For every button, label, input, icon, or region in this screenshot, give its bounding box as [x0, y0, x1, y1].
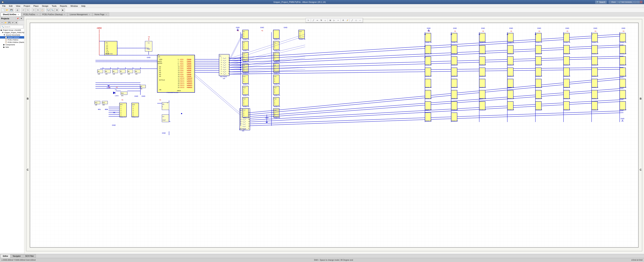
tree-project[interactable]: ▼ Gripper_Project_PWM.PrjPcb [0, 31, 24, 34]
tb-zoom-fit[interactable]: ⊞ [55, 8, 59, 12]
bottom-tab-editor[interactable]: Editor [1, 254, 10, 258]
svg-text:6: 6 [120, 115, 121, 116]
tab-home-close[interactable]: ✕ [106, 14, 107, 16]
border-C-right: C [640, 168, 642, 171]
tb-open[interactable]: 📂 [5, 8, 9, 12]
dt-power[interactable]: ⏚ [323, 18, 327, 22]
svg-text:GND: GND [453, 27, 457, 29]
tab-pcb1[interactable]: PCB1.PcbDoc ✕ [21, 12, 40, 16]
panel-settings[interactable]: ⚙ [14, 21, 18, 24]
close-button[interactable]: ✕ [640, 1, 642, 3]
tb-print[interactable]: 🖨 [15, 8, 20, 12]
tree-source-docs[interactable]: ▼ Source Documents [0, 34, 24, 36]
dt-junction[interactable]: • [336, 18, 340, 22]
tab-license[interactable]: License Management ✕ [68, 12, 92, 16]
bottom-tab-navigator[interactable]: Navigator [11, 254, 23, 258]
svg-text:LED1: LED1 [180, 60, 184, 62]
svg-text:Header 3H: Header 3H [452, 109, 458, 110]
svg-text:PWM4: PWM4 [187, 66, 192, 68]
menu-edit[interactable]: Edit [8, 4, 14, 8]
svg-text:14: 14 [177, 90, 178, 91]
tb-zoom-out[interactable]: 🔍- [50, 8, 55, 12]
svg-text:R7: R7 [120, 71, 122, 72]
svg-rect-549 [425, 113, 431, 121]
tab-sheet2-close[interactable]: ✕ [18, 14, 19, 16]
share-button[interactable]: Share [609, 1, 618, 3]
dt-net[interactable]: N [320, 18, 323, 22]
svg-text:Header 3H: Header 3H [564, 53, 570, 54]
svg-text:Header 3H: Header 3H [592, 98, 598, 99]
dt-port[interactable]: ▷ [332, 18, 336, 22]
dt-component[interactable]: ⊞ [328, 18, 332, 22]
tree-group[interactable]: ▶ Project Group 1.DsnWrk [0, 29, 24, 31]
svg-text:VDD: VDD [159, 58, 162, 60]
menu-reports[interactable]: Reports [58, 4, 69, 8]
tb-new[interactable]: 📄 [1, 8, 5, 12]
tab-sheet2[interactable]: Sheet2.SchDoc ✕ [1, 12, 21, 16]
tb-redo[interactable]: ↪ [26, 8, 30, 12]
tb-compile[interactable]: ▶ [61, 8, 65, 12]
dt-wire[interactable]: ╱ [312, 18, 315, 22]
svg-text:+5: +5 [237, 30, 239, 32]
tb-copy[interactable]: ⎘ [36, 8, 40, 12]
dt-select[interactable]: ↖ [306, 18, 310, 22]
svg-rect-473 [479, 56, 485, 65]
main-layout: Projects 📌 ✕ + 📂 💾 ↺ ⚙ 🔍 Search ▶ Projec… [0, 16, 644, 254]
menu-design[interactable]: Design [40, 4, 50, 8]
dt-bus[interactable]: ═ [316, 18, 319, 22]
tree-sheet2[interactable]: 📋 Sheet2.SchDoc [0, 36, 24, 38]
tab-pcb1-close[interactable]: ✕ [36, 14, 38, 16]
minimize-button[interactable]: ─ [634, 1, 636, 3]
panel-refresh[interactable]: ↺ [11, 21, 14, 24]
tab-home[interactable]: Home Page ✕ [92, 12, 109, 16]
not-connected-button[interactable]: 🔗 Not Connecte... [618, 1, 634, 3]
menu-tools[interactable]: Tools [50, 4, 58, 8]
bottom-tab-sch-filter[interactable]: SCH Filter [23, 254, 36, 258]
dt-text[interactable]: A [341, 18, 345, 22]
menu-place[interactable]: Place [32, 4, 40, 8]
search-box[interactable]: 🔍 Search [1, 25, 24, 28]
search-titlebar[interactable]: 🔍 Search [595, 1, 606, 4]
svg-rect-457 [479, 45, 485, 54]
tb-sep1 [14, 8, 15, 12]
dt-note[interactable]: 📝 [345, 18, 349, 22]
svg-text:Header 3H: Header 3H [425, 42, 432, 43]
menu-file[interactable]: File [1, 4, 7, 8]
menu-project[interactable]: Project [22, 4, 32, 8]
dt-line[interactable]: ╱ [350, 18, 354, 22]
search-icon-panel: 🔍 [2, 26, 4, 28]
tab-license-close[interactable]: ✕ [89, 14, 90, 16]
panel-pin[interactable]: 📌 [16, 17, 19, 20]
panel-close[interactable]: ✕ [20, 17, 23, 20]
tree-pcb1[interactable]: 📋 PCB1.PcbDoc [0, 38, 24, 41]
main-toolbar: 📄 📂 💾 🖨 ↩ ↪ ✂ ⎘ 📋 🔍+ 🔍- ⊞ ▶ [0, 8, 644, 12]
tab-pcb1-stackup[interactable]: PCB1.PcbDoc (Stackup) ✕ [40, 12, 68, 16]
tb-undo[interactable]: ↩ [21, 8, 26, 12]
svg-text:5: 5 [133, 114, 134, 115]
panel-save[interactable]: 💾 [8, 21, 11, 24]
svg-text:1: 1 [133, 106, 134, 107]
tree-nets[interactable]: ▶ Nets [0, 46, 24, 48]
tb-cut[interactable]: ✂ [32, 8, 36, 12]
dt-rect[interactable]: □ [354, 18, 358, 22]
tb-save[interactable]: 💾 [9, 8, 14, 12]
svg-rect-467 [620, 45, 626, 54]
menu-help[interactable]: Help [80, 4, 87, 8]
dt-ellipse[interactable]: ○ [358, 18, 362, 22]
tb-paste[interactable]: 📋 [40, 8, 44, 12]
tb-zoom-in[interactable]: 🔍+ [46, 8, 50, 12]
menu-view[interactable]: View [14, 4, 22, 8]
schematic-svg[interactable]: B C B C +VCC GND +5 C1 10µF [24, 16, 644, 254]
tab-pcb1-stackup-close[interactable]: ✕ [64, 14, 65, 16]
dt-sep4 [350, 19, 350, 22]
svg-text:Header 3H: Header 3H [564, 64, 570, 66]
maximize-button[interactable]: □ [637, 1, 640, 3]
svg-rect-505 [479, 79, 485, 88]
canvas-area[interactable]: ↖ ╱ ═ N ⏚ ⊞ ▷ • A 📝 ╱ □ ○ [24, 16, 644, 254]
panel-new[interactable]: + [0, 21, 4, 24]
menu-window[interactable]: Window [69, 4, 80, 8]
tree-components[interactable]: ▶ Components [0, 44, 24, 46]
tree-pcb1-stackup[interactable]: 📋 PCB1.PcbDoc (Stackup) [0, 41, 24, 44]
svg-rect-459 [507, 45, 513, 54]
panel-open[interactable]: 📂 [4, 21, 7, 24]
